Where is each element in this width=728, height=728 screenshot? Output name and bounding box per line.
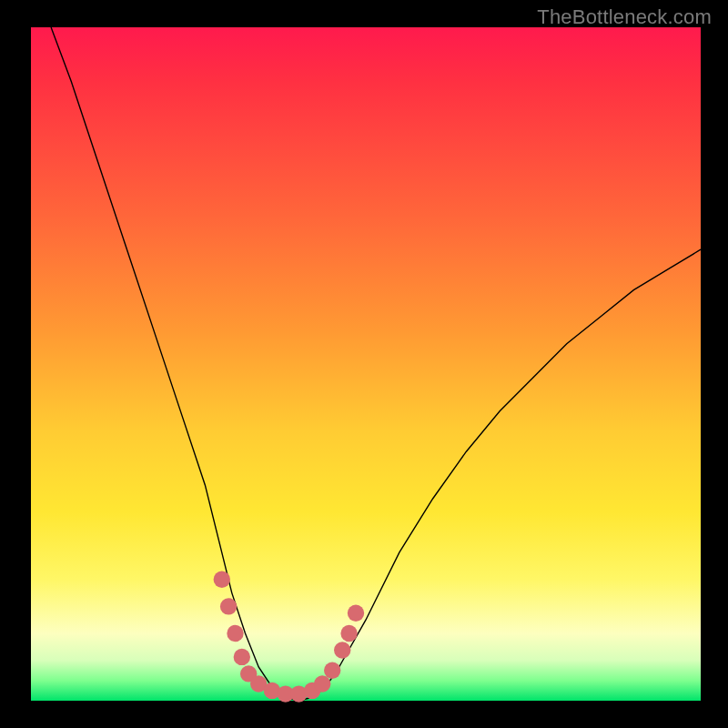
curve-layer	[31, 27, 701, 701]
highlight-dot	[348, 605, 364, 622]
highlight-dot	[314, 675, 330, 692]
highlight-dot	[324, 662, 340, 679]
bottleneck-curve	[51, 27, 701, 701]
highlight-dot	[220, 598, 237, 614]
chart-frame: TheBottleneck.com	[0, 0, 728, 728]
highlight-dot	[234, 649, 250, 665]
highlight-dot	[214, 571, 230, 588]
plot-area	[31, 27, 701, 701]
watermark-text: TheBottleneck.com	[537, 5, 712, 29]
highlight-dot	[340, 625, 357, 642]
highlight-dot	[227, 625, 243, 642]
highlight-dots-group	[214, 571, 365, 703]
highlight-dot	[334, 642, 350, 658]
